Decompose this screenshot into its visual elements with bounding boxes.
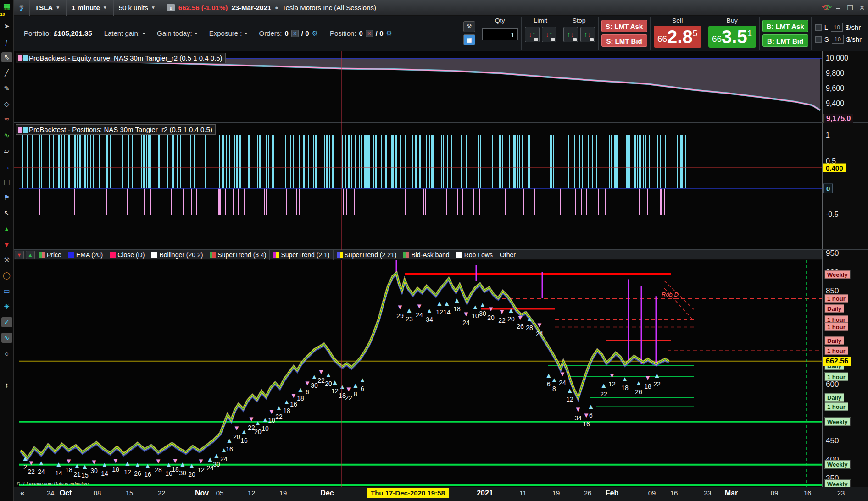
sell-order-icon[interactable]: ▼	[15, 251, 24, 259]
price-chart-plot[interactable]: ▲2▼22▲24▲14▼18▲21▲15▼30▲14▼18▲12▲26▲16▼2…	[14, 260, 822, 487]
info-icon[interactable]: i	[167, 4, 175, 11]
signal-count-label: 16	[226, 446, 233, 453]
legend-swatch-icon	[337, 252, 343, 258]
tools-icon[interactable]: ⚒	[1, 255, 12, 265]
sell-market-button[interactable]: 662.85	[654, 26, 701, 48]
arrow-tool-icon[interactable]: →	[1, 161, 12, 171]
units-selector[interactable]: 50 k units ▼	[113, 0, 161, 16]
time-axis[interactable]: « Thu 17-Dec-2020 19:58 24Oct081522Nov05…	[14, 487, 868, 501]
equity-curve-plot[interactable]: ProBacktest - Equity curve: NAS 30m Tang…	[14, 51, 822, 122]
shape-tool-icon[interactable]: ◇	[1, 99, 12, 109]
sell-lmt-buttons: S: LMT Ask S: LMT Bid	[598, 17, 650, 50]
limit-order-button-2[interactable]: ↓↑	[542, 27, 556, 42]
wrench-icon[interactable]: ⚒	[463, 21, 475, 32]
close-position-icon[interactable]: ✕	[366, 30, 373, 37]
legend-swatch-icon	[68, 252, 74, 258]
cursor-tool-icon[interactable]: ⇖	[1, 52, 12, 62]
orders-gear-icon[interactable]: ⚙	[312, 29, 318, 38]
note-tool-icon[interactable]: ▤	[1, 177, 12, 187]
pencil-tool-icon[interactable]: ✎	[1, 83, 12, 94]
fibonacci-tool-icon[interactable]: ≋	[1, 115, 12, 125]
legend-item-supertrend-2-21-[interactable]: SuperTrend (2 21)	[334, 250, 401, 260]
circle-tool-icon[interactable]: ○	[1, 348, 12, 358]
stop-order-button-1[interactable]: ↑↓	[563, 27, 578, 42]
timeframe-selector[interactable]: 1 minute ▼	[66, 0, 113, 16]
crosshair-date-label: Thu 17-Dec-2020 19:58	[367, 488, 449, 498]
more-tools-icon[interactable]: ⋯	[1, 364, 12, 374]
buy-order-icon[interactable]: ▲	[26, 251, 35, 259]
buy-lmt-ask-button[interactable]: B: LMT Ask	[762, 20, 808, 32]
sell-lmt-bid-button[interactable]: S: LMT Bid	[601, 34, 647, 47]
time-axis-day: 08	[94, 489, 101, 497]
legend-item-price[interactable]: Price	[36, 250, 65, 260]
legend-swatch-icon	[456, 252, 462, 258]
positions-plot[interactable]: ProBacktest - Positions: NAS 30m Tangier…	[14, 123, 822, 249]
buy-signal-icon: ▲	[82, 462, 89, 470]
session-status-icon: ●	[275, 4, 278, 11]
trendline-tool-icon[interactable]: ╱	[1, 68, 12, 78]
chevron-down-icon: ▼	[151, 5, 156, 10]
signal-count-label: 24	[220, 455, 228, 462]
buy-market-button[interactable]: 663.51	[708, 26, 756, 48]
positions-y-axis[interactable]: 10.5-0.50.4000	[822, 123, 868, 249]
limit-order-button-1[interactable]: ↓↑	[525, 27, 540, 42]
zigzag-tool-icon[interactable]: ∿	[1, 130, 12, 140]
legend-item-rob-lows[interactable]: Rob Lows	[453, 250, 496, 260]
scroll-arrows-icon[interactable]: ↕	[1, 380, 12, 390]
backtest-icon[interactable]: ✓	[1, 317, 12, 327]
qty-input[interactable]	[482, 28, 518, 40]
short-arrow-icon[interactable]: ▼	[1, 239, 12, 249]
refresh-icon[interactable]: ⟲⟳	[818, 3, 832, 12]
buy-signal-icon: ▲	[311, 373, 318, 380]
limit-offset-checkbox[interactable]	[815, 24, 822, 31]
stop-order-button-2[interactable]: ↑↓	[580, 27, 595, 42]
keyboard-icon[interactable]: ▦	[463, 34, 475, 45]
eraser-tool-icon[interactable]: ▱	[1, 146, 12, 156]
legend-item-bid-ask-band[interactable]: Bid-Ask band	[400, 250, 453, 260]
equity-panel-title[interactable]: ProBacktest - Equity curve: NAS 30m Tang…	[16, 53, 226, 63]
signal-count-label: 26	[635, 388, 642, 396]
legend-swatch-icon	[273, 252, 279, 258]
select-tool-icon[interactable]: ↖	[1, 208, 12, 218]
connection-status-icons[interactable]: ◉ ✔	[16, 4, 28, 11]
limit-offset-value[interactable]: 10	[831, 23, 843, 32]
stop-offset-checkbox[interactable]	[815, 36, 822, 43]
cancel-orders-icon[interactable]: ✕	[291, 30, 299, 37]
legend-item-supertrend-3-4-[interactable]: SuperTrend (3 4)	[206, 250, 270, 260]
price-y-axis[interactable]: 950900850600450400350Weekly1 hourDaily1 …	[822, 250, 868, 487]
restore-button[interactable]: ❐	[844, 2, 856, 13]
flag-tool-icon[interactable]: ⚑	[1, 193, 12, 203]
buy-signal-icon: ▲	[166, 461, 172, 468]
legend-swatch-icon	[151, 252, 157, 258]
minimize-button[interactable]: –	[832, 2, 844, 13]
position-gear-icon[interactable]: ⚙	[386, 29, 392, 38]
symbol-selector[interactable]: TSLA ▼	[29, 0, 66, 16]
positions-panel: ProBacktest - Positions: NAS 30m Tangier…	[14, 123, 868, 250]
signal-count-label: 10	[268, 417, 275, 424]
positions-axis-tick: 1	[826, 131, 830, 139]
scroll-left-icon[interactable]: «	[20, 489, 24, 498]
legend-item-ema-20-[interactable]: EMA (20)	[65, 250, 106, 260]
indicators-icon[interactable]: ƒ	[1, 37, 12, 47]
buy-lmt-bid-button[interactable]: B: LMT Bid	[762, 34, 808, 47]
equity-y-axis[interactable]: 10,0009,8009,6009,4009,175.0	[822, 51, 868, 122]
pointer-tool-icon[interactable]: ➤	[1, 21, 12, 31]
legend-swatch-icon	[403, 252, 409, 258]
ellipse-tool-icon[interactable]: ◯	[1, 270, 12, 281]
stop-offset-value[interactable]: 10	[832, 35, 844, 44]
legend-item-bollinger-20-2-[interactable]: Bollinger (20 2)	[148, 250, 206, 260]
long-arrow-icon[interactable]: ▲	[1, 224, 12, 234]
screener-icon[interactable]: ∿	[1, 333, 12, 343]
star-tool-icon[interactable]: ✳	[1, 302, 12, 312]
positions-panel-title[interactable]: ProBacktest - Positions: NAS 30m Tangier…	[16, 124, 216, 135]
legend-item-other[interactable]: Other	[496, 250, 519, 260]
close-button[interactable]: ✕	[856, 2, 868, 13]
legend-item-supertrend-2-1-[interactable]: SuperTrend (2 1)	[270, 250, 333, 260]
legend-item-close-d-[interactable]: Close (D)	[106, 250, 148, 260]
sell-lmt-ask-button[interactable]: S: LMT Ask	[601, 20, 647, 32]
stop-label: Stop	[573, 17, 586, 25]
rect-tool-icon[interactable]: ▭	[1, 286, 12, 296]
signal-count-label: 26	[134, 470, 141, 477]
workspace-chart-icon[interactable]: ▦ 10	[1, 2, 13, 16]
chart-annotation[interactable]: Rob D	[662, 291, 679, 298]
